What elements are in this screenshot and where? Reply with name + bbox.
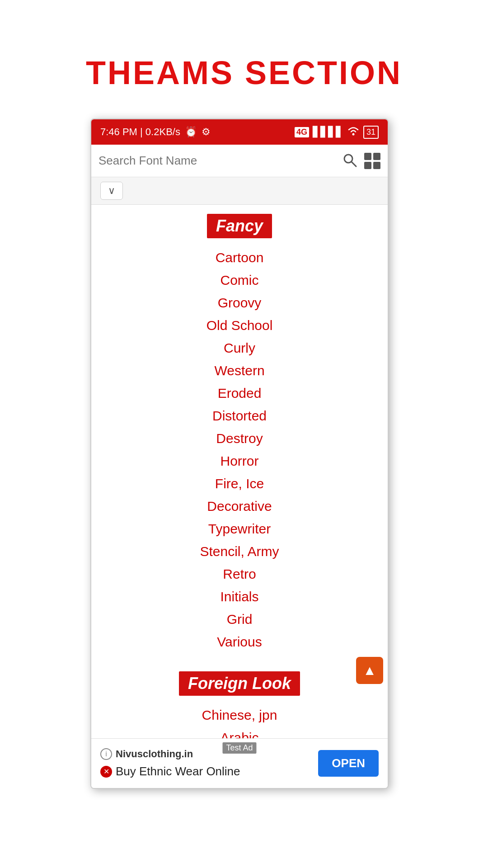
scroll-up-icon: ▲ <box>363 663 376 678</box>
dropdown-area: ∨ <box>91 177 388 205</box>
phone-frame: 7:46 PM | 0.2KB/s ⏰ ⚙ 4G ▋▋▋▋ 31 <box>90 118 389 789</box>
category-item-eroded[interactable]: Eroded <box>91 382 388 405</box>
scroll-to-top-button[interactable]: ▲ <box>356 657 383 684</box>
wifi-icon <box>347 126 360 138</box>
status-bar-left: 7:46 PM | 0.2KB/s ⏰ ⚙ <box>100 126 211 138</box>
category-item-western[interactable]: Western <box>91 359 388 382</box>
dropdown-chevron-button[interactable]: ∨ <box>100 182 123 200</box>
category-item-curly[interactable]: Curly <box>91 337 388 359</box>
category-item-typewriter[interactable]: Typewriter <box>91 518 388 540</box>
category-item-various-fancy[interactable]: Various <box>91 631 388 653</box>
search-icon[interactable] <box>342 152 358 170</box>
ad-close-icon[interactable]: ✕ <box>100 766 112 778</box>
settings-icon: ⚙ <box>202 126 211 138</box>
svg-point-0 <box>352 133 354 136</box>
category-item-comic[interactable]: Comic <box>91 269 388 292</box>
ad-text: Buy Ethnic Wear Online <box>116 764 240 778</box>
page-title: THEAMS SECTION <box>0 54 488 91</box>
category-item-cartoon[interactable]: Cartoon <box>91 246 388 269</box>
alarm-icon: ⏰ <box>185 126 197 138</box>
search-input[interactable] <box>99 154 342 168</box>
status-bar-right: 4G ▋▋▋▋ 31 <box>295 126 379 139</box>
signal-icon: ▋▋▋▋ <box>313 126 343 138</box>
category-item-destroy[interactable]: Destroy <box>91 427 388 450</box>
category-item-horror[interactable]: Horror <box>91 450 388 472</box>
category-item-old-school[interactable]: Old School <box>91 314 388 337</box>
category-item-retro[interactable]: Retro <box>91 563 388 585</box>
grid-view-icon[interactable] <box>364 153 380 169</box>
battery-icon: 31 <box>363 126 379 139</box>
category-section-foreign-look: Foreign Look Chinese, jpn Arabic Mexican… <box>91 662 388 738</box>
category-item-arabic[interactable]: Arabic <box>91 726 388 738</box>
ad-company: Nivusclothing.in <box>116 748 193 760</box>
ad-banner: Test Ad i Nivusclothing.in ✕ Buy Ethnic … <box>91 738 388 788</box>
status-time: 7:46 PM | 0.2KB/s <box>100 126 180 138</box>
search-bar <box>91 145 388 177</box>
svg-line-2 <box>352 162 356 166</box>
category-item-groovy[interactable]: Groovy <box>91 292 388 314</box>
category-header-foreign-look[interactable]: Foreign Look <box>179 671 300 696</box>
ad-info-icon[interactable]: i <box>100 748 112 760</box>
category-item-distorted[interactable]: Distorted <box>91 405 388 427</box>
ad-open-button[interactable]: OPEN <box>318 750 379 777</box>
sim-4g-icon: 4G <box>295 127 309 137</box>
status-bar: 7:46 PM | 0.2KB/s ⏰ ⚙ 4G ▋▋▋▋ 31 <box>91 119 388 145</box>
category-header-fancy[interactable]: Fancy <box>207 214 272 238</box>
category-item-decorative[interactable]: Decorative <box>91 495 388 518</box>
category-item-chinese-jpn[interactable]: Chinese, jpn <box>91 704 388 726</box>
category-section-fancy: Fancy Cartoon Comic Groovy Old School Cu… <box>91 205 388 662</box>
scroll-content[interactable]: Fancy Cartoon Comic Groovy Old School Cu… <box>91 205 388 738</box>
ad-label: Test Ad <box>222 742 256 754</box>
ad-info-area: i Nivusclothing.in ✕ Buy Ethnic Wear Onl… <box>100 748 240 778</box>
page-title-area: THEAMS SECTION <box>0 0 488 118</box>
category-item-grid[interactable]: Grid <box>91 608 388 631</box>
category-item-stencil-army[interactable]: Stencil, Army <box>91 540 388 563</box>
category-item-fire-ice[interactable]: Fire, Ice <box>91 472 388 495</box>
search-icons <box>342 152 380 170</box>
category-item-initials[interactable]: Initials <box>91 585 388 608</box>
